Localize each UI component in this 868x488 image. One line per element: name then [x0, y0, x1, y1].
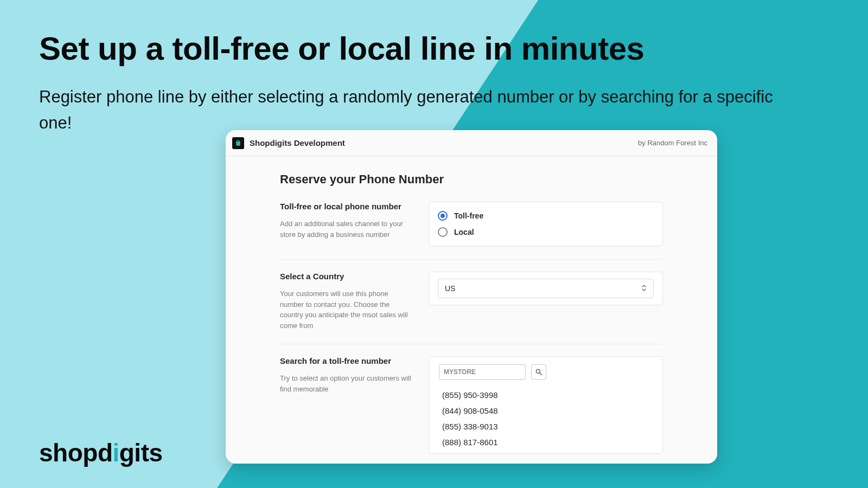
radio-icon — [438, 211, 448, 221]
shopping-bag-icon — [232, 137, 244, 149]
list-item[interactable]: (844) 908-0548 — [442, 403, 653, 419]
radio-label: Local — [454, 228, 474, 236]
list-item[interactable]: (888) 817-8601 — [442, 434, 653, 450]
card-title: Reserve your Phone Number — [280, 172, 663, 187]
brand-text-post: gits — [119, 439, 163, 467]
radio-icon — [438, 227, 448, 237]
svg-line-1 — [540, 373, 542, 375]
search-panel: (855) 950-3998 (844) 908-0548 (855) 338-… — [429, 356, 663, 454]
radio-local[interactable]: Local — [438, 224, 654, 240]
list-item[interactable]: (855) 950-3998 — [442, 387, 653, 403]
select-panel: US — [429, 272, 663, 305]
search-button[interactable] — [531, 364, 546, 380]
section-country: Select a Country Your customers will use… — [280, 272, 663, 344]
brand-text-pre: shopd — [39, 439, 112, 467]
brand-text-accent: i — [112, 439, 119, 467]
card-header: Shopdigits Development by Random Forest … — [226, 130, 717, 156]
section-search-label: Search for a toll-free number — [280, 356, 413, 365]
page-title: Set up a toll-free or local line in minu… — [39, 30, 644, 67]
by-line: by Random Forest Inc — [638, 139, 707, 147]
section-type-label: Toll-free or local phone number — [280, 202, 413, 211]
section-country-desc: Your customers will use this phone numbe… — [280, 288, 413, 331]
search-icon — [535, 368, 542, 376]
radio-panel: Toll-free Local — [429, 202, 663, 246]
list-item[interactable]: (855) 338-9013 — [442, 419, 653, 434]
country-select[interactable]: US — [438, 279, 654, 298]
section-type-desc: Add an additional sales channel to your … — [280, 219, 413, 240]
chevron-up-down-icon — [641, 284, 647, 293]
page-subtitle: Register phone line by either selecting … — [39, 84, 799, 136]
radio-label: Toll-free — [454, 211, 483, 220]
result-list: (855) 950-3998 (844) 908-0548 (855) 338-… — [439, 387, 653, 450]
app-title: Shopdigits Development — [250, 138, 345, 147]
brand-logo: shopdigits — [39, 438, 163, 467]
section-search-desc: Try to select an option your customers w… — [280, 373, 413, 394]
section-number-type: Toll-free or local phone number Add an a… — [280, 202, 663, 260]
section-country-label: Select a Country — [280, 272, 413, 281]
svg-point-0 — [536, 369, 540, 373]
app-card: Shopdigits Development by Random Forest … — [226, 130, 717, 464]
section-search: Search for a toll-free number Try to sel… — [280, 356, 663, 464]
search-input[interactable] — [439, 364, 526, 380]
radio-toll-free[interactable]: Toll-free — [438, 208, 654, 224]
select-value: US — [445, 284, 455, 293]
